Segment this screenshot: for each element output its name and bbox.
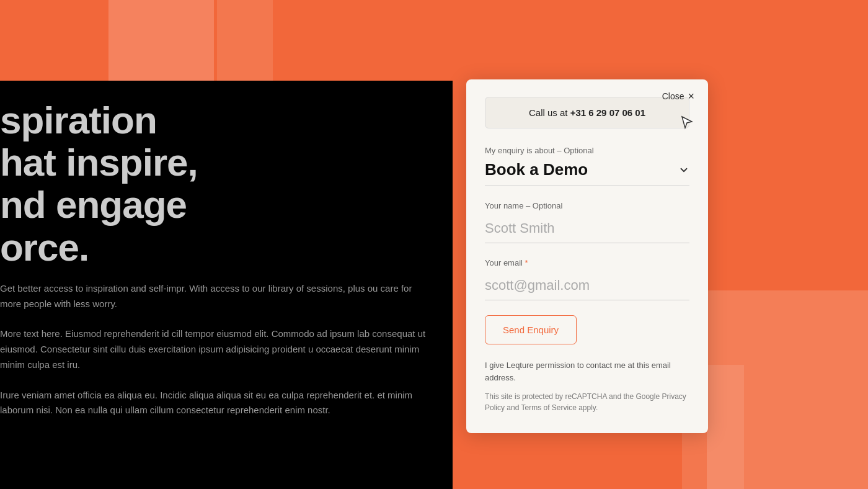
enquiry-modal: Close × Call us at +31 6 29 07 06 01 My … — [466, 79, 708, 433]
send-enquiry-button[interactable]: Send Enquiry — [485, 315, 577, 344]
body-paragraph-1: Get better access to inspiration and sel… — [0, 281, 434, 312]
deco-square-1 — [108, 0, 214, 81]
hero-line-3: nd engage — [0, 184, 434, 226]
close-label: Close — [662, 91, 684, 101]
phone-number: +31 6 29 07 06 01 — [570, 107, 645, 118]
email-input[interactable] — [485, 272, 689, 300]
enquiry-label: My enquiry is about – Optional — [485, 146, 689, 155]
permission-text: I give Leqture permission to contact me … — [485, 359, 689, 384]
required-marker: * — [523, 258, 528, 267]
name-label: Your name – Optional — [485, 201, 689, 210]
name-input[interactable] — [485, 215, 689, 243]
left-content: spiration hat inspire, nd engage orce. G… — [0, 81, 453, 433]
enquiry-field-group: My enquiry is about – Optional Book a De… — [485, 146, 689, 186]
email-label: Your email * — [485, 258, 689, 267]
name-field-group: Your name – Optional — [485, 201, 689, 243]
hero-line-2: hat inspire, — [0, 141, 434, 184]
body-paragraph-3: Irure veniam amet officia ea aliqua eu. … — [0, 388, 434, 419]
call-us-button[interactable]: Call us at +31 6 29 07 06 01 — [485, 97, 689, 128]
email-field-group: Your email * — [485, 258, 689, 300]
deco-square-2 — [217, 0, 273, 81]
call-prefix: Call us at — [529, 107, 570, 118]
close-icon: × — [688, 91, 694, 102]
modal-close-button[interactable]: Close × — [662, 91, 694, 102]
hero-text: spiration hat inspire, nd engage orce. — [0, 81, 434, 281]
chevron-down-icon — [678, 164, 689, 176]
hero-line-1: spiration — [0, 99, 434, 141]
hero-line-4: orce. — [0, 227, 434, 269]
body-paragraph-2: More text here. Eiusmod reprehenderit id… — [0, 326, 434, 372]
recaptcha-text: This site is protected by reCAPTCHA and … — [485, 391, 689, 413]
enquiry-select[interactable]: Book a Demo — [485, 160, 689, 186]
enquiry-value: Book a Demo — [485, 160, 588, 179]
